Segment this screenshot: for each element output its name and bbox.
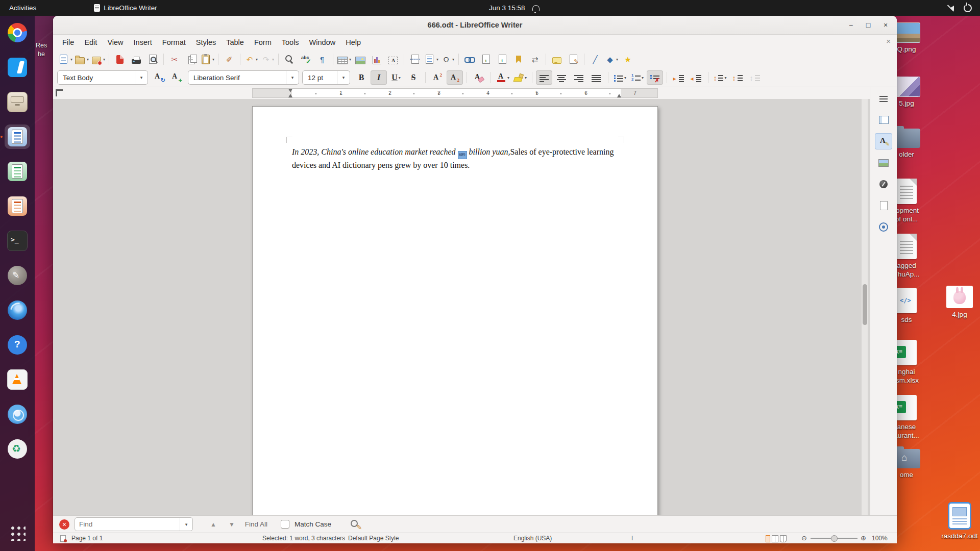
zoom-out-icon[interactable]: ⊖ <box>801 534 807 542</box>
dock-item-software-center[interactable] <box>5 437 30 461</box>
no-list-button[interactable] <box>647 70 663 85</box>
underline-button[interactable]: U▾ <box>388 70 404 85</box>
insert-image-button[interactable] <box>352 52 369 66</box>
dock-item-help[interactable] <box>5 333 30 357</box>
zoom-level[interactable]: 100% <box>872 535 888 542</box>
menu-file[interactable]: File <box>57 36 79 48</box>
superscript-button[interactable] <box>429 70 446 85</box>
selection-status[interactable]: Selected: 1 word, 3 characters <box>262 535 345 542</box>
zoom-slider[interactable] <box>811 538 857 539</box>
left-indent-marker[interactable] <box>288 92 292 97</box>
find-all-button[interactable]: Find All <box>245 520 267 528</box>
document-page[interactable]: In 2023, China's online education market… <box>252 106 658 515</box>
menu-edit[interactable]: Edit <box>79 36 102 48</box>
chevron-down-icon[interactable]: ▾ <box>337 71 350 84</box>
cut-button[interactable]: ✂ <box>166 52 183 66</box>
find-previous-icon[interactable]: ▲ <box>210 521 216 528</box>
power-icon[interactable] <box>964 4 972 12</box>
align-center-button[interactable] <box>553 70 570 85</box>
zoom-slider-thumb[interactable] <box>831 535 838 542</box>
match-case-checkbox[interactable] <box>281 520 289 529</box>
find-and-replace-button[interactable] <box>281 52 298 66</box>
dropdown-caret-icon[interactable]: ▾ <box>272 57 274 62</box>
dock-item-gimp[interactable] <box>5 263 30 288</box>
font-color-button[interactable]: ▾ <box>495 70 511 85</box>
menu-form[interactable]: Form <box>249 36 277 48</box>
spelling-button[interactable] <box>298 52 314 66</box>
desktop-icon-4-jpg[interactable]: 4.jpg <box>935 286 980 319</box>
dropdown-caret-icon[interactable]: ▾ <box>452 57 454 62</box>
insert-mode-status[interactable]: I <box>631 535 633 542</box>
unordered-list-button[interactable]: ▾ <box>612 70 628 85</box>
maximize-button[interactable]: □ <box>862 19 874 31</box>
save-button[interactable]: ▾ <box>90 52 106 66</box>
subscript-button[interactable] <box>447 70 463 85</box>
clock-button[interactable]: Jun 3 15:58 <box>489 4 540 12</box>
insert-field-button[interactable]: ▾ <box>423 52 439 66</box>
dock-item-chrome[interactable] <box>5 20 30 45</box>
dock-item-app-grid[interactable] <box>5 520 30 545</box>
dropdown-caret-icon[interactable]: ▾ <box>525 76 527 80</box>
dropdown-caret-icon[interactable]: ▾ <box>642 76 644 80</box>
menu-tools[interactable]: Tools <box>277 36 304 48</box>
sidebar-settings-button[interactable] <box>875 90 892 107</box>
dropdown-caret-icon[interactable]: ▾ <box>256 57 258 62</box>
insert-comment-button[interactable] <box>549 52 565 66</box>
scrollbar-thumb[interactable] <box>863 284 867 325</box>
align-left-button[interactable] <box>536 70 552 85</box>
insert-table-button[interactable]: ▾ <box>336 52 352 66</box>
dropdown-caret-icon[interactable]: ▾ <box>616 57 618 62</box>
menu-insert[interactable]: Insert <box>129 36 157 48</box>
export-pdf-button[interactable] <box>112 52 128 66</box>
find-and-replace-icon[interactable] <box>350 519 361 530</box>
close-button[interactable]: × <box>879 19 892 31</box>
menu-window[interactable]: Window <box>304 36 341 48</box>
dropdown-caret-icon[interactable]: ▾ <box>87 57 89 62</box>
paragraph-style-select[interactable]: Text Body ▾ <box>57 70 148 85</box>
bold-button[interactable]: B <box>353 70 370 85</box>
print-preview-button[interactable] <box>144 52 161 66</box>
horizontal-ruler[interactable]: 1234567 <box>252 88 658 98</box>
formatting-marks-button[interactable]: ¶ <box>314 52 330 66</box>
paste-button[interactable]: ▾ <box>199 52 215 66</box>
dropdown-caret-icon[interactable]: ▾ <box>624 76 626 80</box>
tab-stop-selector-icon[interactable] <box>56 89 63 96</box>
dropdown-caret-icon[interactable]: ▾ <box>507 76 509 80</box>
find-next-icon[interactable]: ▼ <box>229 521 235 528</box>
open-button[interactable]: ▾ <box>74 52 90 66</box>
dock-item-files[interactable] <box>5 90 30 114</box>
navigator-deck-button[interactable] <box>875 176 892 192</box>
increase-indent-button[interactable] <box>671 70 687 85</box>
insert-special-character-button[interactable]: Ω▾ <box>439 52 456 66</box>
page-number-status[interactable]: Page 1 of 1 <box>71 535 103 542</box>
vertical-scrollbar[interactable] <box>862 99 868 515</box>
show-draw-functions-button[interactable]: ★ <box>620 52 636 66</box>
copy-button[interactable] <box>183 52 199 66</box>
clear-formatting-button[interactable] <box>471 70 487 85</box>
print-button[interactable] <box>128 52 144 66</box>
menu-styles[interactable]: Styles <box>191 36 222 48</box>
strikethrough-button[interactable]: S <box>405 70 422 85</box>
title-bar[interactable]: 666.odt - LibreOffice Writer − □ × <box>53 16 897 35</box>
font-name-select[interactable]: Liberation Serif ▾ <box>188 70 299 85</box>
dropdown-caret-icon[interactable]: ▾ <box>103 57 105 62</box>
page-deck-button[interactable] <box>875 197 892 214</box>
dock-item-browser[interactable] <box>5 402 30 427</box>
view-layout-buttons[interactable] <box>766 535 788 542</box>
insert-text-box-button[interactable] <box>385 52 401 66</box>
desktop-icon-rasdda7-odt[interactable]: rasdda7.odt <box>935 502 980 541</box>
styles-deck-button[interactable] <box>875 133 892 149</box>
line-spacing-button[interactable]: ▾ <box>712 70 728 85</box>
minimize-button[interactable]: − <box>845 19 857 31</box>
chevron-down-icon[interactable]: ▾ <box>286 71 299 84</box>
insert-endnote-button[interactable] <box>494 52 510 66</box>
insert-page-break-button[interactable] <box>407 52 423 66</box>
italic-button[interactable]: I <box>371 70 387 85</box>
gallery-deck-button[interactable] <box>875 155 892 171</box>
book-view-icon[interactable] <box>780 535 787 542</box>
dropdown-caret-icon[interactable]: ▾ <box>212 57 214 62</box>
close-document-icon[interactable]: × <box>886 37 891 45</box>
close-find-bar-icon[interactable]: × <box>59 519 69 530</box>
find-input[interactable] <box>75 520 180 528</box>
new-style-button[interactable] <box>168 70 185 85</box>
